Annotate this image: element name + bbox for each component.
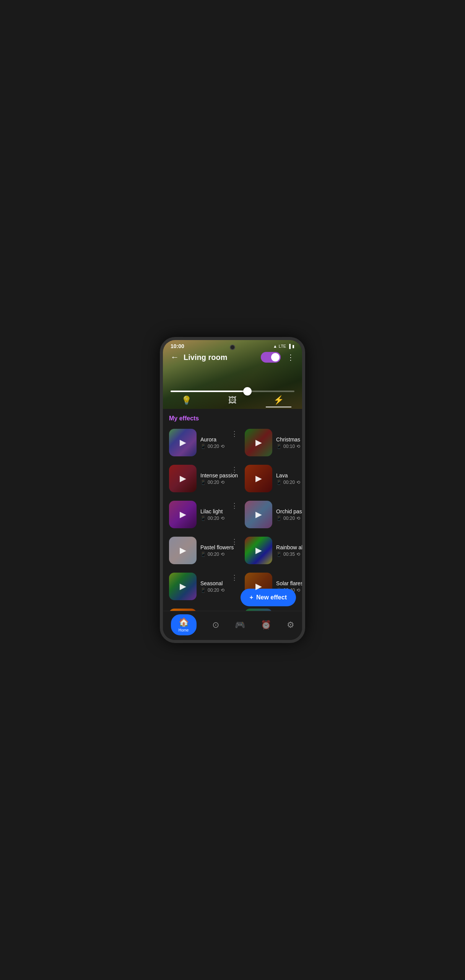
tab-effect[interactable]: ⚡: [266, 394, 291, 407]
more-intense[interactable]: ⋮: [229, 464, 239, 475]
duration-intense: 00:20: [208, 480, 219, 485]
smart-icon: ⊙: [212, 620, 219, 630]
play-icon-lilac: ▶: [180, 510, 186, 519]
effect-name-solar: Solar flares: [276, 580, 302, 586]
duration-lava: 00:20: [283, 480, 295, 485]
status-bar: 10:00 ▲ LTE ▐ ▮: [163, 340, 302, 351]
play-icon-aurora: ▶: [180, 438, 186, 448]
effect-thumb-intense: ▶: [169, 465, 197, 492]
tab-scene[interactable]: 🖼: [221, 394, 244, 407]
effect-meta-lava: 📱 00:20 ⟲ ⚙: [276, 480, 302, 485]
loop-icon-orchid: ⟲: [296, 516, 300, 521]
effect-meta-orchid: 📱 00:20 ⟲: [276, 516, 302, 521]
effect-card-rainbow[interactable]: ▶ Rainbow all-in-one 📱 00:35 ⟲ ⋮: [242, 533, 302, 568]
nav-item-timer[interactable]: ⏰: [261, 620, 271, 630]
loop-icon-pastel: ⟲: [221, 552, 224, 557]
signal-icon: ▐: [288, 344, 291, 348]
phone-icon-pastel: 📱: [200, 552, 206, 557]
effect-name-christmas: Christmas: [276, 436, 302, 443]
back-button[interactable]: ←: [169, 351, 180, 364]
effect-card-lava[interactable]: ▶ Lava 📱 00:20 ⟲ ⚙ ⋮: [242, 461, 302, 496]
more-seasonal[interactable]: ⋮: [229, 572, 239, 583]
status-icons: ▲ LTE ▐ ▮: [273, 344, 294, 349]
gear-icon-solar: ⚙: [302, 588, 302, 593]
phone-frame: 10:00 ▲ LTE ▐ ▮ ← Living room ⋮: [160, 337, 305, 643]
phone-icon-christmas: 📱: [276, 444, 282, 449]
page-title: Living room: [184, 353, 261, 362]
more-aurora[interactable]: ⋮: [229, 428, 239, 440]
loop-icon-christmas: ⟲: [296, 444, 300, 449]
play-icon-intense: ▶: [180, 474, 186, 483]
phone-icon-lilac: 📱: [200, 516, 206, 521]
effect-meta-aurora: 📱 00:20 ⟲: [200, 444, 238, 449]
effect-info-orchid: Orchid passion 📱 00:20 ⟲: [276, 508, 302, 521]
gear-icon-lava: ⚙: [302, 480, 302, 485]
effect-thumb-aurora: ▶: [169, 429, 197, 456]
effect-card-christmas[interactable]: ▶ Christmas 📱 00:10 ⟲ ⋮: [242, 425, 302, 460]
phone-screen: 10:00 ▲ LTE ▐ ▮ ← Living room ⋮: [163, 340, 302, 640]
effect-card-seasonal[interactable]: ▶ Seasonal 📱 00:20 ⟲ ⋮: [166, 569, 241, 604]
effect-card-aurora[interactable]: ▶ Aurora 📱 00:20 ⟲ ⋮: [166, 425, 241, 460]
nav-item-home[interactable]: 🏠 Home: [171, 614, 197, 635]
play-icon-rainbow: ▶: [255, 545, 262, 555]
duration-christmas: 00:10: [283, 444, 295, 449]
effect-thumb-rainbow: ▶: [245, 537, 272, 564]
toggle-knob: [271, 353, 280, 361]
new-effect-icon: +: [250, 594, 253, 601]
effect-thumb-lava: ▶: [245, 465, 272, 492]
nav-item-game[interactable]: 🎮: [235, 620, 245, 630]
home-label: Home: [179, 628, 189, 632]
timer-icon: ⏰: [261, 620, 271, 630]
play-icon-pastel: ▶: [180, 545, 186, 555]
hero-section: 10:00 ▲ LTE ▐ ▮ ← Living room ⋮: [163, 340, 302, 409]
effect-thumb-seasonal: ▶: [169, 573, 197, 600]
nav-item-smart[interactable]: ⊙: [212, 620, 219, 630]
duration-seasonal: 00:20: [208, 588, 219, 593]
effect-info-lava: Lava 📱 00:20 ⟲ ⚙: [276, 472, 302, 485]
home-icon: 🏠: [179, 617, 189, 627]
bottom-nav: 🏠 Home ⊙ 🎮 ⏰ ⚙: [163, 611, 302, 640]
effect-name-lava: Lava: [276, 472, 302, 479]
play-icon-christmas: ▶: [255, 438, 262, 448]
effect-card-pastel[interactable]: ▶ Pastel flowers 📱 00:20 ⟲ ⋮: [166, 533, 241, 568]
effect-card-intense[interactable]: ▶ Intense passion 📱 00:20 ⟲ ⋮: [166, 461, 241, 496]
effects-grid: ▶ Aurora 📱 00:20 ⟲ ⋮ ▶: [163, 425, 302, 640]
effect-meta-rainbow: 📱 00:35 ⟲: [276, 552, 302, 557]
effect-card-orchid[interactable]: ▶ Orchid passion 📱 00:20 ⟲ ⋮: [242, 497, 302, 532]
duration-pastel: 00:20: [208, 552, 219, 557]
hero-tabs: 💡 🖼 ⚡: [163, 391, 302, 409]
nav-item-settings[interactable]: ⚙: [287, 620, 294, 630]
loop-icon-seasonal: ⟲: [221, 588, 224, 593]
effect-thumb-christmas: ▶: [245, 429, 272, 456]
effect-name-rainbow: Rainbow all-in-one: [276, 544, 302, 550]
effect-thumb-lilac: ▶: [169, 501, 197, 528]
phone-icon-aurora: 📱: [200, 444, 206, 449]
effect-meta-pastel: 📱 00:20 ⟲: [200, 552, 238, 557]
tab-light[interactable]: 💡: [174, 394, 199, 407]
loop-icon-lilac: ⟲: [221, 516, 224, 521]
power-toggle[interactable]: [261, 352, 281, 363]
duration-orchid: 00:20: [283, 516, 295, 521]
loop-icon-intense: ⟲: [221, 480, 224, 485]
more-lilac[interactable]: ⋮: [229, 500, 239, 511]
loop-icon-solar: ⟲: [296, 588, 300, 593]
play-icon-solar: ▶: [255, 581, 262, 591]
phone-icon-seasonal: 📱: [200, 588, 206, 593]
more-menu-button[interactable]: ⋮: [285, 351, 296, 363]
effect-meta-lilac: 📱 00:20 ⟲: [200, 516, 238, 521]
battery-icon: ▮: [292, 344, 294, 349]
effect-card-lilac[interactable]: ▶ Lilac light 📱 00:20 ⟲ ⋮: [166, 497, 241, 532]
effect-name-orchid: Orchid passion: [276, 508, 302, 514]
new-effect-button[interactable]: + New effect: [241, 589, 296, 606]
phone-icon-lava: 📱: [276, 480, 282, 485]
play-icon-orchid: ▶: [255, 510, 262, 519]
main-content: My effects ▶ Aurora 📱 00:20 ⟲: [163, 409, 302, 640]
loop-icon-aurora: ⟲: [221, 444, 224, 449]
loop-icon-lava: ⟲: [296, 480, 300, 485]
duration-lilac: 00:20: [208, 516, 219, 521]
settings-icon: ⚙: [287, 620, 294, 630]
effect-meta-intense: 📱 00:20 ⟲: [200, 480, 238, 485]
more-pastel[interactable]: ⋮: [229, 536, 239, 547]
effect-meta-seasonal: 📱 00:20 ⟲: [200, 588, 238, 593]
effect-thumb-orchid: ▶: [245, 501, 272, 528]
